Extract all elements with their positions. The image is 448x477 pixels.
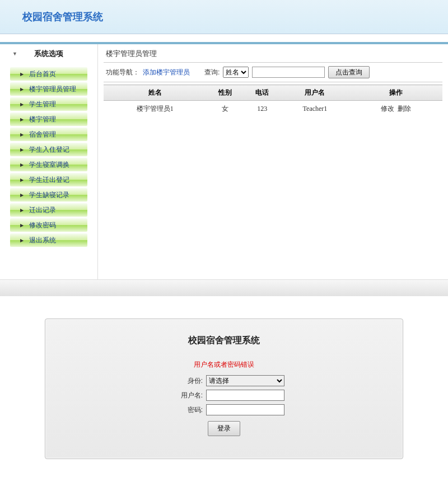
- content-panel: 楼宇管理员管理 功能导航： 添加楼宇管理员 查询: 姓名 点击查询 姓名性别电话…: [98, 44, 448, 279]
- column-header: 用户名: [281, 85, 349, 101]
- sidebar-item-1[interactable]: ▶楼宇管理员管理: [10, 82, 87, 96]
- add-admin-link[interactable]: 添加楼宇管理员: [143, 68, 190, 77]
- app-title: 校园宿舍管理系统: [22, 11, 103, 22]
- nav-label: 功能导航：: [106, 68, 139, 77]
- arrow-icon: ▶: [20, 162, 24, 167]
- sidebar-item-10[interactable]: ▶修改密码: [10, 218, 87, 232]
- cell-actions: 修改删除: [349, 101, 442, 118]
- arrow-icon: ▶: [20, 147, 24, 152]
- sidebar: ▼ 系统选项 ▶后台首页▶楼宇管理员管理▶学生管理▶楼宇管理▶宿舍管理▶学生入住…: [0, 44, 98, 279]
- admin-table: 姓名性别电话用户名操作 楼宇管理员1女123Teacher1修改删除: [104, 85, 442, 117]
- login-title: 校园宿舍管理系统: [45, 335, 403, 347]
- role-label: 身份:: [164, 376, 203, 386]
- column-header: 性别: [206, 85, 244, 101]
- login-error-message: 用户名或者密码错误: [45, 360, 403, 370]
- sidebar-item-6[interactable]: ▶学生寝室调换: [10, 158, 87, 171]
- username-label: 用户名:: [164, 391, 203, 400]
- login-button[interactable]: 登录: [208, 421, 240, 436]
- sidebar-item-9[interactable]: ▶迁出记录: [10, 203, 87, 217]
- sidebar-item-label: 后台首页: [29, 69, 56, 79]
- sidebar-item-label: 宿舍管理: [29, 130, 56, 139]
- toolbar: 功能导航： 添加楼宇管理员 查询: 姓名 点击查询: [104, 62, 442, 82]
- sidebar-item-2[interactable]: ▶学生管理: [10, 97, 87, 111]
- sidebar-item-label: 学生管理: [29, 100, 56, 109]
- column-header: 操作: [349, 85, 442, 101]
- arrow-icon: ▶: [20, 72, 24, 77]
- arrow-icon: ▶: [20, 238, 24, 243]
- cell-phone: 123: [244, 101, 281, 118]
- sidebar-item-4[interactable]: ▶宿舍管理: [10, 128, 87, 141]
- table-row: 楼宇管理员1女123Teacher1修改删除: [104, 101, 442, 118]
- sidebar-item-label: 学生入住登记: [29, 145, 69, 155]
- sidebar-item-label: 楼宇管理员管理: [29, 85, 76, 94]
- content-title: 楼宇管理员管理: [104, 49, 442, 59]
- collapse-icon: ▼: [12, 51, 17, 57]
- cell-gender: 女: [206, 101, 244, 118]
- arrow-icon: ▶: [20, 223, 24, 228]
- login-section: 校园宿舍管理系统 用户名或者密码错误 身份: 请选择 用户名: 密码: 登录: [0, 319, 448, 476]
- delete-link[interactable]: 删除: [398, 105, 411, 113]
- app-header: 校园宿舍管理系统: [0, 0, 448, 34]
- sidebar-item-5[interactable]: ▶学生入住登记: [10, 143, 87, 156]
- sidebar-item-label: 学生迁出登记: [29, 175, 69, 185]
- sidebar-item-label: 迁出记录: [29, 205, 56, 215]
- sidebar-item-label: 退出系统: [29, 236, 56, 245]
- cell-name: 楼宇管理员1: [104, 101, 206, 118]
- role-select[interactable]: 请选择: [206, 375, 284, 386]
- sidebar-title: 系统选项: [34, 49, 63, 59]
- query-input[interactable]: [252, 67, 325, 78]
- arrow-icon: ▶: [20, 102, 24, 107]
- cell-username: Teacher1: [281, 101, 349, 118]
- footer-band: [0, 279, 448, 296]
- query-field-select[interactable]: 姓名: [223, 67, 249, 78]
- arrow-icon: ▶: [20, 177, 24, 183]
- header-gap: [0, 34, 448, 42]
- arrow-icon: ▶: [20, 193, 24, 198]
- sidebar-item-label: 学生寝室调换: [29, 160, 69, 170]
- main-area: ▼ 系统选项 ▶后台首页▶楼宇管理员管理▶学生管理▶楼宇管理▶宿舍管理▶学生入住…: [0, 44, 448, 279]
- sidebar-item-label: 修改密码: [29, 221, 56, 230]
- arrow-icon: ▶: [20, 117, 24, 122]
- password-input[interactable]: [206, 404, 284, 415]
- column-header: 电话: [244, 85, 281, 101]
- column-header: 姓名: [104, 85, 206, 101]
- sidebar-item-label: 学生缺寝记录: [29, 190, 69, 200]
- sidebar-item-11[interactable]: ▶退出系统: [10, 233, 87, 247]
- sidebar-item-7[interactable]: ▶学生迁出登记: [10, 173, 87, 186]
- arrow-icon: ▶: [20, 87, 24, 92]
- sidebar-header[interactable]: ▼ 系统选项: [4, 44, 93, 66]
- sidebar-item-3[interactable]: ▶楼宇管理: [10, 113, 87, 126]
- arrow-icon: ▶: [20, 208, 24, 213]
- login-panel: 校园宿舍管理系统 用户名或者密码错误 身份: 请选择 用户名: 密码: 登录: [45, 319, 403, 459]
- username-input[interactable]: [206, 390, 284, 401]
- arrow-icon: ▶: [20, 132, 24, 137]
- sidebar-item-0[interactable]: ▶后台首页: [10, 67, 87, 81]
- password-label: 密码:: [164, 405, 203, 415]
- query-label: 查询:: [204, 68, 220, 77]
- search-button[interactable]: 点击查询: [328, 66, 370, 78]
- sidebar-item-8[interactable]: ▶学生缺寝记录: [10, 188, 87, 202]
- sidebar-item-label: 楼宇管理: [29, 115, 56, 124]
- edit-link[interactable]: 修改: [381, 105, 394, 113]
